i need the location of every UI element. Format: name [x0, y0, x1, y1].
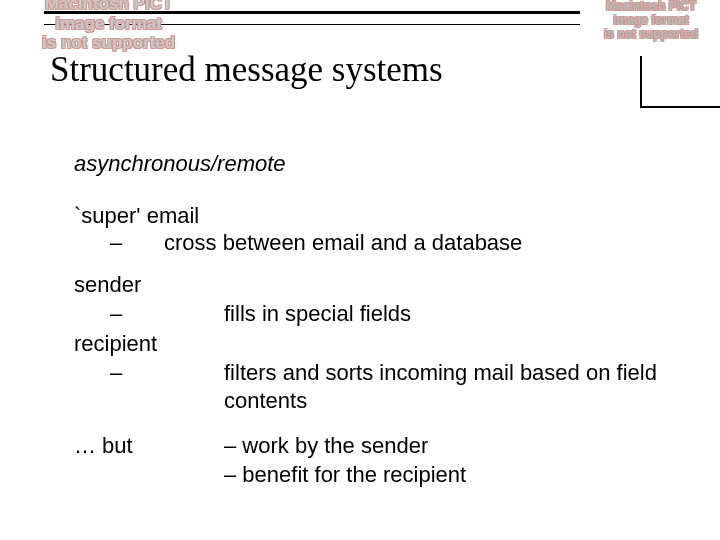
- subtitle: asynchronous/remote: [74, 150, 690, 178]
- slide-title: Structured message systems: [50, 50, 443, 90]
- bullet-dash: –: [74, 359, 204, 387]
- but-label: … but: [74, 432, 204, 460]
- but-block: … but – work by the sender – benefit for…: [74, 432, 690, 489]
- but-line-2: – benefit for the recipient: [224, 461, 690, 490]
- slide-body: asynchronous/remote `super' email – cros…: [74, 150, 690, 489]
- pict-badge-top-left: Macintosh PICT image format is not suppo…: [42, 0, 175, 53]
- badge-line: Macintosh PICT: [604, 0, 698, 14]
- sender-recipient-block: sender – fills in special fields recipie…: [74, 271, 690, 415]
- badge-line: is not supported: [604, 28, 698, 42]
- corner-box: [640, 56, 720, 108]
- sender-label: sender: [74, 271, 204, 299]
- recipient-label: recipient: [74, 330, 204, 358]
- recipient-text: filters and sorts incoming mail based on…: [224, 359, 690, 414]
- pict-badge-top-right: Macintosh PICT image format is not suppo…: [604, 0, 698, 41]
- slide: Macintosh PICT image format is not suppo…: [0, 0, 720, 540]
- super-email-group: `super' email – cross between email and …: [74, 202, 690, 257]
- badge-line: Macintosh PICT: [42, 0, 175, 14]
- bullet-dash: –: [74, 229, 150, 257]
- badge-line: image format: [604, 14, 698, 28]
- sender-text: fills in special fields: [224, 300, 690, 328]
- badge-line: image format: [42, 14, 175, 34]
- but-line-1: – work by the sender: [224, 432, 690, 461]
- bullet-dash: –: [74, 300, 204, 328]
- super-email-text: cross between email and a database: [150, 229, 690, 257]
- super-email-label: `super' email: [74, 202, 690, 230]
